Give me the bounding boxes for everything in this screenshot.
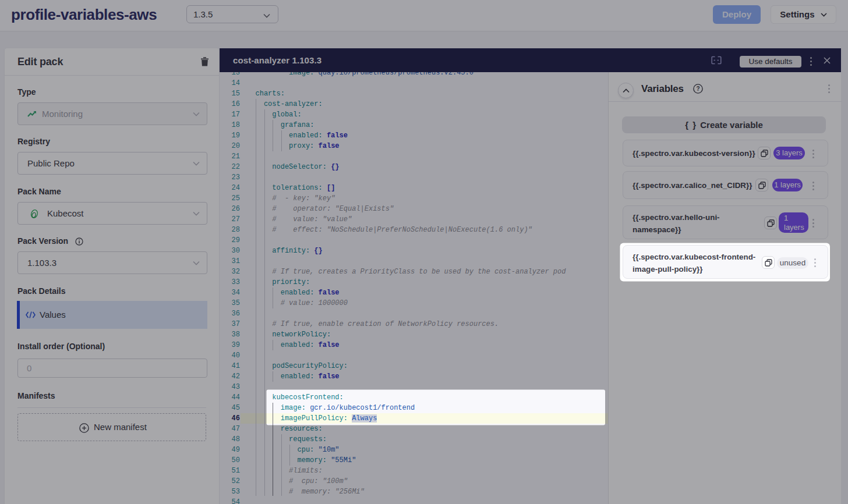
svg-text:?: ? [696,86,699,92]
